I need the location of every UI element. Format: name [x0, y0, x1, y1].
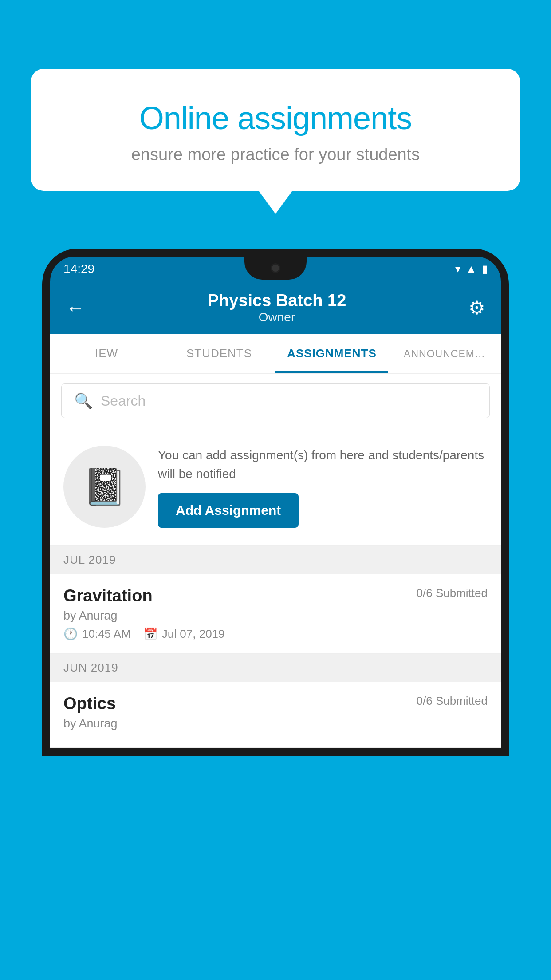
assignment-submitted: 0/6 Submitted [417, 586, 488, 600]
app-header: ← Physics Batch 12 Owner ⚙ [50, 281, 501, 334]
search-icon: 🔍 [74, 392, 93, 410]
assignment-meta: 🕐 10:45 AM 📅 Jul 07, 2019 [63, 627, 488, 641]
tab-iew[interactable]: IEW [50, 334, 163, 373]
search-container: 🔍 Search [50, 374, 501, 428]
clock-icon: 🕐 [63, 627, 78, 641]
phone-notch [244, 257, 307, 280]
section-header-jun: JUN 2019 [50, 654, 501, 682]
assignment-name: Gravitation [63, 586, 153, 605]
speech-bubble: Online assignments ensure more practice … [31, 69, 520, 191]
tab-announcements[interactable]: ANNOUNCEM… [388, 334, 501, 373]
section-header-jul: JUL 2019 [50, 546, 501, 574]
assignment-date: Jul 07, 2019 [162, 627, 225, 641]
back-button[interactable]: ← [66, 297, 85, 319]
assignment-top-row-optics: Optics 0/6 Submitted [63, 694, 488, 713]
assignment-top-row: Gravitation 0/6 Submitted [63, 586, 488, 605]
assignment-author-optics: by Anurag [63, 717, 488, 731]
meta-time: 🕐 10:45 AM [63, 627, 131, 641]
assignment-submitted-optics: 0/6 Submitted [417, 694, 488, 708]
status-time: 14:29 [63, 262, 94, 276]
phone-frame: 14:29 ▾ ▲ ▮ ← Physics Batch 12 Owner ⚙ I… [42, 249, 509, 756]
assignment-promo: 📓 You can add assignment(s) from here an… [50, 428, 501, 546]
status-bar: 14:29 ▾ ▲ ▮ [50, 257, 501, 281]
battery-icon: ▮ [482, 263, 488, 275]
header-center: Physics Batch 12 Owner [208, 291, 346, 324]
section-header-jul-text: JUL 2019 [63, 553, 116, 566]
add-assignment-button[interactable]: Add Assignment [158, 493, 299, 528]
notebook-icon: 📓 [83, 466, 127, 508]
calendar-icon: 📅 [143, 627, 157, 641]
bubble-subtitle: ensure more practice for your students [58, 145, 493, 164]
camera-cutout [271, 263, 280, 273]
wifi-icon: ▾ [455, 263, 460, 275]
promo-right: You can add assignment(s) from here and … [158, 446, 488, 528]
search-bar[interactable]: 🔍 Search [61, 383, 490, 418]
assignment-time: 10:45 AM [82, 627, 131, 641]
assignment-item-optics[interactable]: Optics 0/6 Submitted by Anurag [50, 682, 501, 748]
assignment-author: by Anurag [63, 609, 488, 623]
header-title: Physics Batch 12 [208, 291, 346, 310]
assignment-item-gravitation[interactable]: Gravitation 0/6 Submitted by Anurag 🕐 10… [50, 574, 501, 654]
speech-bubble-container: Online assignments ensure more practice … [31, 69, 520, 191]
tabs-container: IEW STUDENTS ASSIGNMENTS ANNOUNCEM… [50, 334, 501, 374]
section-header-jun-text: JUN 2019 [63, 661, 118, 674]
meta-date: 📅 Jul 07, 2019 [143, 627, 225, 641]
assignment-name-optics: Optics [63, 694, 116, 713]
phone-container: 14:29 ▾ ▲ ▮ ← Physics Batch 12 Owner ⚙ I… [42, 249, 509, 980]
promo-icon-circle: 📓 [63, 446, 146, 528]
status-icons: ▾ ▲ ▮ [455, 263, 488, 275]
screen-content: 🔍 Search 📓 You can add assignment(s) fro… [50, 374, 501, 748]
header-subtitle: Owner [208, 310, 346, 324]
promo-description: You can add assignment(s) from here and … [158, 446, 488, 483]
tab-students[interactable]: STUDENTS [163, 334, 276, 373]
tab-assignments[interactable]: ASSIGNMENTS [276, 334, 388, 373]
search-input[interactable]: Search [101, 393, 146, 409]
settings-icon[interactable]: ⚙ [468, 297, 485, 319]
bubble-title: Online assignments [58, 100, 493, 136]
signal-icon: ▲ [466, 263, 476, 275]
